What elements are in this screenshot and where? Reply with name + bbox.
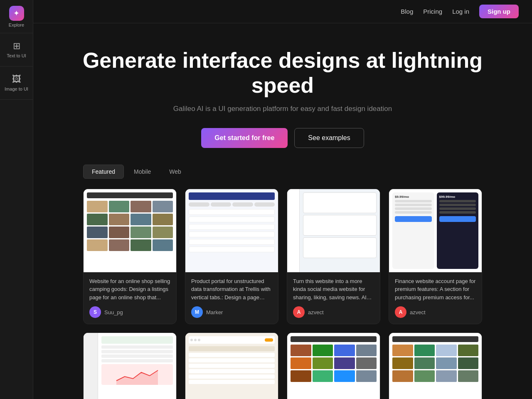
mockup-topbar xyxy=(392,336,478,342)
hero-buttons: Get started for free See examples xyxy=(50,128,515,148)
card-1-mockup xyxy=(84,189,176,272)
mockup-sidebar xyxy=(84,333,98,399)
grid-cell xyxy=(153,239,173,251)
tab-pill xyxy=(232,202,253,207)
feature-line xyxy=(439,200,476,202)
list-row xyxy=(189,239,275,245)
signup-button[interactable]: Sign up xyxy=(479,5,519,18)
card-8[interactable] xyxy=(389,332,482,399)
grid-cell xyxy=(291,370,311,382)
card-6-mockup xyxy=(185,333,278,399)
card-5-image xyxy=(84,333,176,399)
tab-pill xyxy=(211,202,232,207)
card-2-avatar: M xyxy=(191,306,203,318)
card-5[interactable]: Web platform for cryptocurrency remittan… xyxy=(83,332,177,399)
text-to-ui-icon: ⊞ xyxy=(13,41,20,52)
nav-dot xyxy=(198,339,200,341)
feature-line xyxy=(439,211,476,214)
plan-basic: $9.99/mo xyxy=(392,192,434,269)
list-row xyxy=(189,246,275,252)
table-row xyxy=(101,345,173,349)
sidebar-logo[interactable]: ✦ Explore xyxy=(0,0,33,33)
see-examples-button[interactable]: See examples xyxy=(294,128,364,148)
svg-marker-0 xyxy=(116,370,158,385)
image-to-ui-icon: 🖼 xyxy=(12,74,21,85)
tab-mobile[interactable]: Mobile xyxy=(126,165,159,179)
grid-cell xyxy=(414,357,435,369)
card-4-mockup: $9.99/mo $99.99/mo xyxy=(389,189,482,272)
table-row xyxy=(101,355,173,358)
grid-cell xyxy=(153,227,173,238)
card-3-image xyxy=(287,189,380,272)
blog-link[interactable]: Blog xyxy=(401,8,413,15)
sidebar-text-to-ui-label: Text to UI xyxy=(7,53,26,59)
cards-grid-container: Website for an online shop selling campi… xyxy=(33,189,532,399)
chart-svg xyxy=(101,364,173,385)
card-1-description: Website for an online shop selling campi… xyxy=(89,277,170,302)
mockup-content xyxy=(301,189,380,263)
feature-line xyxy=(395,207,432,210)
grid-cell xyxy=(414,370,435,382)
table-row xyxy=(189,364,275,368)
card-3-author: A azvect xyxy=(293,306,374,318)
category-tabs: Featured Mobile Web xyxy=(33,165,532,179)
content-card xyxy=(303,192,377,213)
grid-cell xyxy=(131,239,151,251)
grid-cell xyxy=(392,345,413,356)
stat-bar xyxy=(101,336,173,344)
plan-button xyxy=(439,216,476,222)
grid-cell xyxy=(458,345,479,356)
card-3[interactable]: Turn this website into a more kinda soci… xyxy=(287,189,380,325)
plan-featured: $99.99/mo xyxy=(437,192,479,269)
main-content: Blog Pricing Log in Sign up Generate int… xyxy=(33,0,532,399)
grid-cell xyxy=(392,357,413,369)
table-row xyxy=(189,358,275,362)
chart-area xyxy=(101,364,173,385)
mockup-content xyxy=(100,333,176,388)
card-1-image xyxy=(84,189,176,272)
list-row xyxy=(189,209,275,215)
price-tag: $99.99/mo xyxy=(439,195,476,199)
card-4[interactable]: $9.99/mo $99.99/mo xyxy=(389,189,482,325)
card-2-mockup xyxy=(185,189,278,272)
feature-line xyxy=(439,204,476,206)
grid-cell xyxy=(109,239,130,251)
badge xyxy=(265,338,273,342)
get-started-button[interactable]: Get started for free xyxy=(201,128,288,148)
card-4-image: $9.99/mo $99.99/mo xyxy=(389,189,482,272)
grid-cell xyxy=(131,214,151,225)
tab-web[interactable]: Web xyxy=(161,165,190,179)
grid-cell xyxy=(334,370,355,382)
card-2[interactable]: Product portal for unstructured data tra… xyxy=(185,189,278,325)
card-3-description: Turn this website into a more kinda soci… xyxy=(293,277,374,302)
card-2-image xyxy=(185,189,278,272)
card-8-image xyxy=(389,333,482,399)
feature-line xyxy=(395,200,432,202)
pricing-link[interactable]: Pricing xyxy=(423,8,442,15)
mockup-topbar xyxy=(291,336,377,342)
login-button[interactable]: Log in xyxy=(452,8,469,15)
sidebar-item-image-to-ui[interactable]: 🖼 Image to UI xyxy=(0,66,33,100)
card-1-author: S Suu_pg xyxy=(89,306,170,318)
grid-cell xyxy=(313,370,333,382)
sidebar-item-text-to-ui[interactable]: ⊞ Text to UI xyxy=(0,33,33,66)
table-row xyxy=(189,380,275,384)
grid-cell xyxy=(87,214,108,225)
card-7[interactable] xyxy=(287,332,380,399)
card-1[interactable]: Website for an online shop selling campi… xyxy=(83,189,177,325)
grid-cell xyxy=(334,345,355,356)
grid-cell xyxy=(153,201,173,212)
card-6[interactable]: Rent-to-own SaaS marketplace for single … xyxy=(185,332,278,399)
hero-section: Generate interface designs at lightning … xyxy=(33,23,532,165)
price-tag: $9.99/mo xyxy=(395,195,432,199)
mockup-topbar xyxy=(87,192,173,198)
grid-cell xyxy=(356,345,377,356)
nav-dot xyxy=(190,339,193,341)
card-8-mockup xyxy=(389,333,482,399)
grid-cell xyxy=(131,201,151,212)
grid-cell xyxy=(109,201,130,212)
grid-cell xyxy=(436,357,457,369)
sidebar-explore-label: Explore xyxy=(9,22,24,27)
tab-featured[interactable]: Featured xyxy=(83,165,124,179)
grid-cell xyxy=(109,214,130,225)
